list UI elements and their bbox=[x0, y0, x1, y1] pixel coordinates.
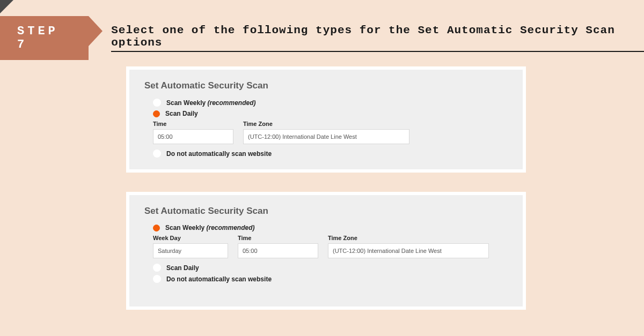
step-instruction: Select one of the following types for th… bbox=[111, 24, 644, 52]
weekday-label: Week Day bbox=[153, 235, 228, 241]
radio-unselected-icon bbox=[153, 99, 161, 107]
option-label: Scan Daily bbox=[166, 264, 199, 272]
step-badge: STEP 7 bbox=[0, 16, 89, 60]
option-scan-weekly[interactable]: Scan Weekly (recommended) bbox=[153, 224, 508, 232]
timezone-label: Time Zone bbox=[328, 235, 489, 241]
time-label: Time bbox=[238, 235, 318, 241]
option-note: (recommended) bbox=[208, 99, 256, 107]
panel-title: Set Automatic Security Scan bbox=[144, 206, 508, 216]
radio-unselected-icon bbox=[153, 275, 161, 283]
option-scan-daily[interactable]: Scan Daily bbox=[153, 110, 508, 117]
radio-selected-icon bbox=[153, 110, 160, 117]
timezone-label: Time Zone bbox=[243, 121, 409, 127]
option-label: Do not automatically scan website bbox=[166, 275, 272, 283]
option-label: Do not automatically scan website bbox=[166, 150, 272, 158]
scan-panel-daily: Set Automatic Security Scan Scan Weekly … bbox=[126, 66, 526, 173]
time-label: Time bbox=[153, 121, 233, 127]
option-label: Scan Weekly bbox=[166, 99, 206, 107]
timezone-input[interactable] bbox=[328, 243, 489, 258]
panel-title: Set Automatic Security Scan bbox=[144, 80, 508, 91]
corner-accent bbox=[0, 0, 13, 13]
time-input[interactable] bbox=[238, 243, 318, 258]
radio-unselected-icon bbox=[153, 150, 161, 158]
option-label: Scan Daily bbox=[165, 110, 198, 117]
time-input[interactable] bbox=[153, 129, 233, 144]
radio-unselected-icon bbox=[153, 264, 161, 272]
option-label: Scan Weekly bbox=[165, 224, 204, 232]
timezone-input[interactable] bbox=[243, 129, 409, 144]
option-no-scan[interactable]: Do not automatically scan website bbox=[153, 150, 508, 158]
option-note: (recommended) bbox=[207, 224, 255, 232]
radio-selected-icon bbox=[153, 225, 160, 232]
scan-panel-weekly: Set Automatic Security Scan Scan Weekly … bbox=[126, 192, 526, 310]
option-scan-weekly[interactable]: Scan Weekly (recommended) bbox=[153, 99, 508, 107]
option-no-scan[interactable]: Do not automatically scan website bbox=[153, 275, 508, 283]
weekday-input[interactable] bbox=[153, 243, 228, 258]
option-scan-daily[interactable]: Scan Daily bbox=[153, 264, 508, 272]
step-header: STEP 7 Select one of the following types… bbox=[0, 16, 644, 60]
